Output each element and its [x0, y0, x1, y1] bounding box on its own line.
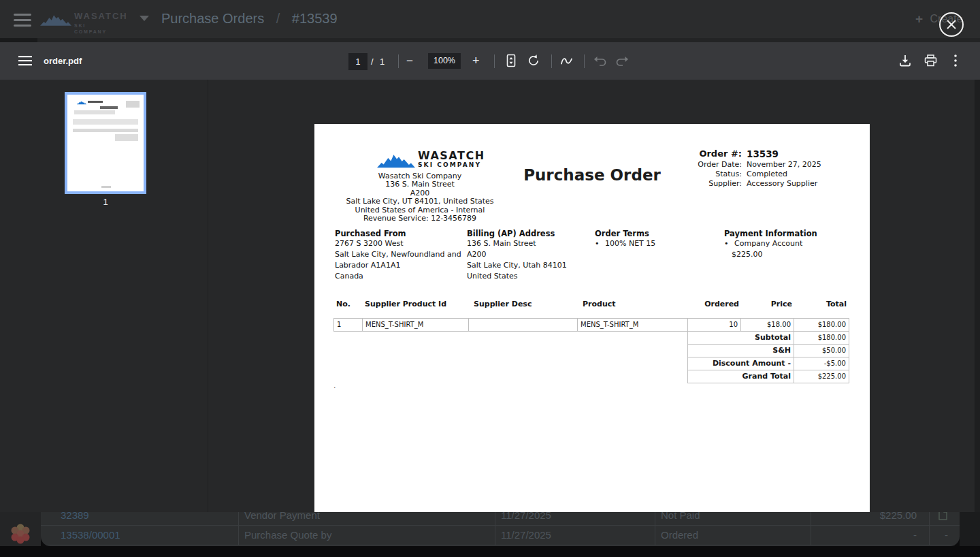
discount-value: -$5.00: [794, 357, 849, 370]
table-row: 13538/00001 Purchase Quote by 11/27/2025…: [41, 525, 960, 545]
company-logo: WASATCH SKI COMPANY: [40, 7, 118, 35]
subtotal-value: $180.00: [794, 331, 849, 345]
cell-product: MENS_T-SHIRT_M: [577, 318, 688, 332]
thumbnail-page-number: 1: [65, 197, 146, 207]
breadcrumb-item: #13539: [292, 11, 338, 26]
order-date-value: November 27, 2025: [747, 160, 821, 170]
brand-name-bottom: SKI COMPANY: [74, 22, 118, 35]
col-header-no: No.: [336, 300, 362, 315]
row-date: 11/27/2025: [501, 529, 551, 541]
supplier-label: Supplier:: [626, 179, 742, 189]
payment-information-section: Payment Information • Company Account $2…: [724, 229, 847, 260]
annotate-icon[interactable]: [557, 51, 576, 70]
more-vert-icon[interactable]: [946, 51, 965, 70]
zoom-level[interactable]: 100%: [428, 53, 461, 69]
breadcrumb: Purchase Orders / #13539: [161, 11, 338, 27]
col-header-supplier-desc: Supplier Desc: [474, 300, 576, 315]
breadcrumb-separator: /: [276, 11, 280, 26]
page-number-input[interactable]: [348, 53, 368, 70]
cell-ordered: 10: [687, 318, 741, 332]
sidebar-toggle-menu-icon[interactable]: [16, 51, 35, 70]
background-table: 32389 Vendor Payment 11/27/2025 Not Paid…: [41, 507, 960, 546]
close-icon: [946, 19, 957, 30]
launcher-flower-icon[interactable]: [8, 522, 33, 546]
subtotal-label: Subtotal: [687, 331, 794, 345]
grand-total-label: Grand Total: [687, 370, 794, 383]
mountain-icon: [40, 10, 71, 30]
col-header-price: Price: [740, 300, 792, 315]
close-button[interactable]: [939, 12, 964, 37]
rotate-icon[interactable]: [524, 51, 543, 70]
app-header: WASATCH SKI COMPANY Purchase Orders / #1…: [0, 0, 980, 42]
col-header-total: Total: [794, 300, 847, 315]
cell-total: $180.00: [794, 318, 849, 332]
row-doc-placeholder: -: [945, 529, 948, 541]
doc-brand-bottom: SKI COMPANY: [418, 161, 481, 168]
billing-address-section: Billing (AP) Address 136 S. Main Street …: [467, 229, 589, 282]
zoom-in-button[interactable]: +: [472, 54, 480, 68]
panel-divider: [208, 80, 208, 512]
status-value: Completed: [747, 170, 787, 179]
order-info: Order #: 13539 Order Date: November 27, …: [626, 149, 851, 189]
cell-supplier-desc: [468, 318, 578, 332]
order-number-label: Order #:: [626, 149, 742, 159]
fit-page-icon[interactable]: [502, 51, 521, 70]
breadcrumb-section[interactable]: Purchase Orders: [161, 11, 264, 26]
row-amount: -: [794, 529, 917, 541]
bullet: •: [724, 239, 729, 248]
cell-price: $18.00: [740, 318, 794, 332]
col-header-product: Product: [583, 300, 685, 315]
payment-amount: $225.00: [724, 249, 847, 260]
supplier-value: Accessory Supplier: [747, 179, 817, 189]
redo-icon[interactable]: [612, 51, 632, 70]
order-terms-section: Order Terms • 100% NET 15: [595, 229, 710, 249]
cell-no: 1: [333, 318, 363, 332]
page-gutter: [960, 507, 980, 546]
purchased-from-section: Purchased From 2767 S 3200 West Salt Lak…: [335, 229, 464, 282]
mountain-icon: [377, 151, 415, 170]
col-header-ordered: Ordered: [687, 300, 739, 315]
download-icon[interactable]: [896, 51, 915, 70]
thumbnail-panel: 1: [0, 80, 208, 512]
page-bottom-strip: [0, 546, 980, 557]
page-separator: /: [371, 57, 374, 67]
row-status: Ordered: [661, 529, 698, 541]
pdf-viewer-content: 1 WASATCH SKI COMPANY Wasatch Ski Compan…: [0, 80, 980, 512]
print-icon[interactable]: [921, 51, 940, 70]
chevron-down-icon[interactable]: [140, 16, 149, 21]
brand-name-top: WASATCH: [74, 12, 128, 20]
app-menu-icon[interactable]: [14, 12, 31, 27]
order-date-label: Order Date:: [626, 160, 742, 170]
undo-icon[interactable]: [591, 51, 610, 70]
page-thumbnail[interactable]: [65, 92, 146, 194]
pdf-page: WASATCH SKI COMPANY Wasatch Ski Company …: [314, 124, 870, 512]
row-description: Purchase Quote by: [244, 529, 331, 541]
viewer-scrollbar[interactable]: [975, 80, 980, 512]
order-number-value: 13539: [747, 149, 779, 159]
cell-supplier-product-id: MENS_T-SHIRT_M: [362, 318, 469, 332]
pdf-viewer-modal: order.pdf / 1 − 100% +: [0, 38, 980, 512]
bullet: •: [595, 239, 600, 248]
shipping-label: S&H: [687, 344, 794, 357]
pdf-toolbar: order.pdf / 1 − 100% +: [0, 42, 980, 80]
screen: WASATCH SKI COMPANY Purchase Orders / #1…: [0, 0, 980, 557]
col-header-supplier-product-id: Supplier Product Id: [365, 300, 467, 315]
status-label: Status:: [626, 170, 742, 179]
grand-total-value: $225.00: [794, 370, 849, 383]
doc-brand-top: WASATCH: [418, 149, 485, 162]
pdf-filename: order.pdf: [44, 56, 82, 66]
page-total: 1: [380, 57, 385, 67]
stray-mark: .: [333, 381, 336, 390]
shipping-value: $50.00: [794, 344, 849, 357]
discount-label: Discount Amount - Discount: [687, 357, 794, 370]
row-id-link[interactable]: 13538/00001: [61, 529, 120, 541]
plus-icon: +: [915, 12, 923, 26]
zoom-out-button[interactable]: −: [406, 54, 413, 68]
